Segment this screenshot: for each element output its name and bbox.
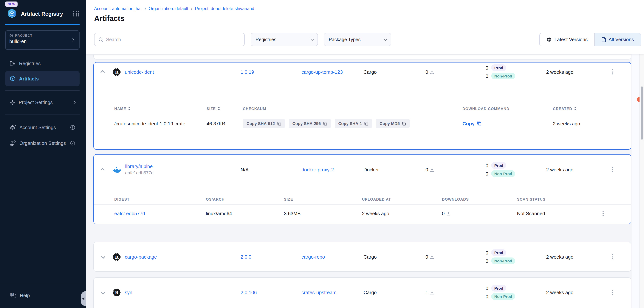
copy-sha512-button[interactable]: Copy SHA-512 xyxy=(243,119,285,128)
row-menu-kebab-icon[interactable] xyxy=(610,288,615,296)
sort-icon[interactable] xyxy=(128,107,130,110)
artifact-registry-link[interactable]: docker-proxy-2 xyxy=(302,167,334,173)
project-label: PROJECT xyxy=(15,34,32,37)
files-header-name: NAME xyxy=(114,106,126,111)
download-icon xyxy=(430,290,434,294)
file-icon xyxy=(602,37,606,42)
manifest-header-uploaded: UPLOADED AT xyxy=(362,197,442,201)
manifest-row: eafc1edb577d linux/amd64 3.63MB 2 weeks … xyxy=(94,205,631,222)
artifact-card-syn: R syn 2.0.106 crates-upstream Cargo 1 xyxy=(94,277,631,308)
prod-badge: Prod xyxy=(491,249,506,256)
package-type: Docker xyxy=(355,167,406,172)
table-divider xyxy=(94,133,631,133)
latest-versions-button[interactable]: Latest Versions xyxy=(540,33,595,46)
copy-sha1-button[interactable]: Copy SHA-1 xyxy=(334,119,372,128)
artifact-version-link[interactable]: 2.0.0 xyxy=(240,254,252,260)
package-types-filter-dropdown[interactable]: Package Types xyxy=(324,33,391,46)
page-title: Artifacts xyxy=(94,14,124,23)
collapse-row-button[interactable] xyxy=(94,168,112,171)
sidebar-item-organization-settings[interactable]: Organization Settings xyxy=(5,137,80,149)
file-row: /cratesunicode-ident-1.0.19.crate 46.37K… xyxy=(94,114,631,133)
files-header-checksum: CHECKSUM xyxy=(243,106,462,111)
artifact-registry-link[interactable]: cargo-up-temp-123 xyxy=(302,69,343,75)
sidebar-item-label: Organization Settings xyxy=(20,140,66,146)
download-icon xyxy=(430,255,434,259)
row-menu-kebab-icon[interactable] xyxy=(610,68,615,76)
artifact-name-link[interactable]: cargo-package xyxy=(125,254,157,259)
row-menu-kebab-icon[interactable] xyxy=(610,252,615,261)
sidebar-item-label: Artifacts xyxy=(19,76,39,81)
page-header: Account: automation_har › Organization: … xyxy=(86,0,644,54)
artifact-card-cargo-package: R cargo-package 2.0.0 cargo-repo Cargo 0 xyxy=(94,242,631,272)
sort-icon[interactable] xyxy=(574,107,576,110)
artifact-registry-link[interactable]: crates-upstream xyxy=(302,290,336,295)
expand-row-button[interactable] xyxy=(94,255,112,258)
sidebar-item-registries[interactable]: Registries xyxy=(5,57,80,70)
artifact-name-link[interactable]: unicode-ident xyxy=(125,69,154,75)
copy-download-command-button[interactable]: Copy xyxy=(462,121,553,126)
row-menu-kebab-icon[interactable] xyxy=(600,209,606,217)
artifact-name-link[interactable]: syn xyxy=(125,289,132,295)
manifest-header-size: SIZE xyxy=(284,197,362,201)
collapse-row-button[interactable] xyxy=(94,70,112,73)
download-count: 0 xyxy=(426,69,428,75)
download-icon xyxy=(430,168,434,172)
search-input[interactable] xyxy=(106,37,240,42)
sort-icon[interactable] xyxy=(218,107,220,110)
copy-md5-button[interactable]: Copy MD5 xyxy=(376,119,410,128)
info-icon[interactable] xyxy=(70,140,75,145)
manifest-header-digest: DIGEST xyxy=(114,197,206,201)
help-chat-icon: ? xyxy=(10,292,16,298)
sidebar-collapse-button[interactable] xyxy=(81,291,86,306)
app-grid-icon[interactable] xyxy=(73,11,80,17)
sidebar-item-project-settings[interactable]: Project Settings xyxy=(5,96,80,108)
all-versions-label: All Versions xyxy=(608,37,634,42)
chevron-down-icon xyxy=(101,290,105,294)
file-created: 2 weeks ago xyxy=(553,121,631,126)
sidebar-item-account-settings[interactable]: Account Settings xyxy=(5,121,80,134)
package-type: Cargo xyxy=(355,69,406,75)
updated-time: 2 weeks ago xyxy=(527,167,594,172)
breadcrumb-account[interactable]: Account: automation_har xyxy=(94,6,142,11)
sidebar-item-label: Project Settings xyxy=(19,99,53,105)
partial-card-above xyxy=(94,55,631,60)
svg-text:?: ? xyxy=(12,293,13,296)
breadcrumb-project[interactable]: Project: donotdelete-shivanand xyxy=(195,6,254,11)
expand-row-button[interactable] xyxy=(94,291,112,294)
os-arch: linux/amd64 xyxy=(206,211,284,216)
manifest-header-os-arch: OS/ARCH xyxy=(206,197,284,201)
artifact-name-link[interactable]: library/alpine xyxy=(125,164,154,169)
svg-text:R: R xyxy=(115,69,118,74)
digest-link[interactable]: eafc1edb577d xyxy=(114,211,145,216)
organization-settings-icon xyxy=(10,140,16,146)
project-selector[interactable]: PROJECT build-en xyxy=(5,30,80,50)
breadcrumb: Account: automation_har › Organization: … xyxy=(94,6,254,11)
registries-filter-dropdown[interactable]: Registries xyxy=(251,33,318,46)
all-versions-button[interactable]: All Versions xyxy=(595,33,641,46)
nonprod-badge: Non-Prod xyxy=(491,293,515,300)
scrollbar-thumb[interactable] xyxy=(640,86,643,139)
artifact-registry-logo-icon xyxy=(6,8,18,20)
breadcrumb-organization[interactable]: Organization: default xyxy=(149,6,188,11)
chevron-right-icon xyxy=(72,100,76,104)
prod-badge: Prod xyxy=(491,162,506,169)
sidebar-item-artifacts[interactable]: Artifacts xyxy=(5,71,80,86)
version-view-toggle: Latest Versions All Versions xyxy=(540,33,641,46)
copy-sha256-button[interactable]: Copy SHA-256 xyxy=(289,119,331,128)
collapse-arrow-icon xyxy=(82,297,84,300)
chevron-up-icon xyxy=(100,70,105,75)
manifest-download-count: 0 xyxy=(442,211,444,216)
artifact-registry-link[interactable]: cargo-repo xyxy=(302,254,325,260)
artifact-version-link[interactable]: 2.0.106 xyxy=(240,290,257,295)
prod-count: 0 xyxy=(486,163,488,168)
registries-filter-label: Registries xyxy=(256,37,276,42)
row-menu-kebab-icon[interactable] xyxy=(610,165,615,174)
artifact-version-link[interactable]: 1.0.19 xyxy=(240,69,254,75)
search-box[interactable] xyxy=(94,33,245,46)
sidebar-accent-rule xyxy=(5,24,80,25)
help-button[interactable]: ? Help xyxy=(10,292,30,298)
uploaded-time: 2 weeks ago xyxy=(362,211,442,216)
info-icon[interactable] xyxy=(70,125,75,130)
artifact-version: N/A xyxy=(232,167,293,172)
new-badge: NEW xyxy=(5,2,18,7)
